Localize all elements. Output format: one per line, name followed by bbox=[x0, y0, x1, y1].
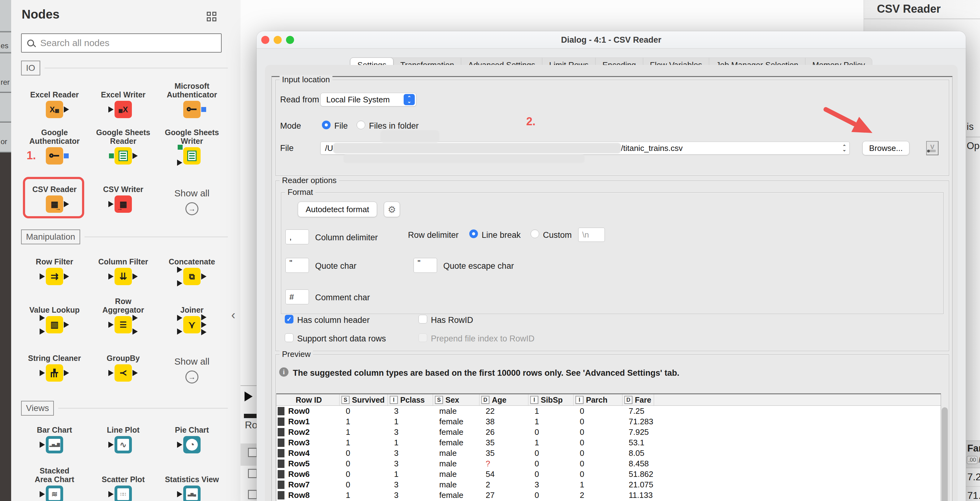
section-chip-manipulation[interactable]: Manipulation bbox=[21, 230, 80, 244]
custom-label: Custom bbox=[543, 230, 572, 240]
node-scatter-plot[interactable]: Scatter Plot ∷∷ bbox=[92, 466, 154, 501]
node-bar-chart[interactable]: Bar Chart ▂▅▃▇ bbox=[24, 425, 86, 453]
grid-view-icon[interactable] bbox=[207, 12, 216, 21]
flow-variable-button[interactable]: V bbox=[926, 141, 939, 155]
type-badge: I bbox=[576, 396, 584, 404]
flow-variable-v: V bbox=[930, 144, 934, 150]
quote-escape-char-field[interactable]: " bbox=[414, 258, 437, 273]
dock-tile[interactable] bbox=[0, 0, 11, 32]
node-stacked-area-chart[interactable]: Stacked Area Chart ≋ bbox=[24, 466, 86, 501]
search-input[interactable] bbox=[40, 37, 208, 49]
comment-char-field[interactable]: # bbox=[285, 290, 309, 304]
mode-file-radio[interactable] bbox=[322, 120, 331, 129]
column-header-fare[interactable]: DFare bbox=[622, 394, 654, 406]
sidebar-title: Nodes bbox=[22, 8, 59, 21]
has-column-header-checkbox[interactable]: ✓ bbox=[285, 315, 293, 323]
browse-button[interactable]: Browse... bbox=[862, 141, 909, 155]
has-rowid-checkbox[interactable] bbox=[418, 315, 427, 323]
show-all-manipulation-button[interactable]: Show all → bbox=[161, 356, 223, 384]
quote-char-field[interactable]: " bbox=[285, 258, 309, 273]
sidebar-collapse-icon[interactable]: ‹ bbox=[231, 308, 235, 322]
node-concatenate[interactable]: Concatenate ⧉ bbox=[161, 257, 223, 285]
column-header-parch[interactable]: IParch bbox=[574, 394, 622, 406]
clipped-open-link[interactable]: Oper bbox=[967, 140, 980, 152]
node-joiner[interactable]: Joiner ⋎ bbox=[161, 305, 223, 333]
column-header-rowid[interactable]: Row ID bbox=[277, 394, 340, 406]
out-port-icon bbox=[132, 328, 138, 335]
node-microsoft-authenticator[interactable]: Microsoft Authenticator bbox=[161, 81, 223, 118]
node-groupby[interactable]: GroupBy Y bbox=[92, 353, 154, 382]
show-all-io-button[interactable]: Show all → bbox=[161, 188, 223, 215]
dock-tile-label: or bbox=[1, 137, 11, 146]
column-header-survived[interactable]: SSurvived bbox=[340, 394, 388, 406]
fare-column-header: Fare .00 N bbox=[966, 441, 980, 468]
column-header-age[interactable]: DAge bbox=[479, 394, 528, 406]
column-delimiter-field[interactable]: , bbox=[285, 230, 309, 244]
node-pie-chart[interactable]: Pie Chart ◔ bbox=[161, 425, 223, 453]
search-box[interactable] bbox=[21, 33, 222, 52]
sheet-icon bbox=[187, 151, 197, 161]
mode-files-in-folder-label: Files in folder bbox=[369, 121, 419, 131]
prepend-file-index-checkbox bbox=[418, 333, 427, 342]
custom-row-delimiter-radio[interactable] bbox=[531, 230, 539, 238]
section-divider bbox=[45, 68, 228, 68]
node-value-lookup[interactable]: Value Lookup ▥ bbox=[24, 305, 86, 333]
node-row-filter[interactable]: Row Filter ⇉ bbox=[24, 257, 86, 285]
autodetect-format-button[interactable]: Autodetect format bbox=[298, 201, 377, 217]
node-excel-reader[interactable]: Excel Reader X▦ bbox=[24, 81, 86, 118]
out-port-icon bbox=[64, 370, 69, 376]
column-header-sibsp[interactable]: ISibSp bbox=[528, 394, 574, 406]
group-legend: Preview bbox=[280, 349, 313, 359]
custom-row-delimiter-field[interactable]: \n bbox=[578, 228, 605, 242]
node-row-aggregator[interactable]: Row Aggregator ☰ bbox=[92, 305, 154, 333]
table-row: Row311female351053.1 bbox=[277, 437, 941, 448]
out-port-icon bbox=[201, 329, 207, 335]
autodetect-settings-button[interactable]: ⚙ bbox=[384, 201, 400, 217]
mode-files-in-folder-radio[interactable] bbox=[356, 120, 365, 129]
node-csv-writer[interactable]: CSV Writer ▦→ bbox=[92, 184, 154, 213]
node-label: String Cleaner bbox=[26, 353, 83, 363]
preview-scrollbar[interactable] bbox=[942, 407, 948, 501]
in-port-icon bbox=[108, 201, 114, 207]
section-divider bbox=[58, 408, 228, 409]
support-short-data-rows-checkbox[interactable] bbox=[285, 333, 293, 342]
column-header-pclass[interactable]: IPclass bbox=[388, 394, 433, 406]
node-label: Excel Writer bbox=[95, 81, 152, 99]
combo-stepper-icon: ⌃⌄ bbox=[842, 145, 846, 151]
fare-value: 7.25 bbox=[967, 471, 980, 483]
knime-app: es rer or Nodes IO Excel Reader X▦ Excel… bbox=[0, 0, 980, 501]
node-column-filter[interactable]: Column Filter ⇊ bbox=[92, 257, 154, 285]
google-sheets-writer-icon bbox=[183, 147, 200, 165]
type-badge: D bbox=[624, 396, 632, 404]
file-path-field[interactable]: /U /titanic_trains.csv ⌃⌄ bbox=[320, 142, 850, 155]
background-checkbox bbox=[248, 448, 257, 457]
file-path-suffix: /titanic_trains.csv bbox=[621, 144, 682, 153]
node-label: Microsoft Authenticator bbox=[164, 81, 221, 99]
in-port-icon bbox=[177, 328, 182, 335]
node-line-plot[interactable]: Line Plot ∿ bbox=[92, 425, 154, 453]
dock-tile[interactable] bbox=[0, 93, 11, 122]
node-string-cleaner[interactable]: String Cleaner bbox=[24, 353, 86, 382]
node-google-sheets-writer[interactable]: Google Sheets Writer bbox=[161, 127, 223, 165]
in-port-icon bbox=[40, 442, 45, 448]
preview-info-text: The suggested column types are based on … bbox=[293, 368, 679, 378]
stacked-area-chart-icon: ≋ bbox=[46, 485, 63, 501]
section-chip-views[interactable]: Views bbox=[21, 401, 54, 415]
annotation-step-2: 2. bbox=[526, 115, 536, 128]
mode-label: Mode bbox=[280, 121, 301, 131]
node-label: Concatenate bbox=[164, 257, 221, 266]
dialog-titlebar[interactable]: Dialog - 4:1 - CSV Reader bbox=[257, 31, 966, 49]
node-google-sheets-reader[interactable]: Google Sheets Reader bbox=[92, 127, 154, 165]
missing-value-cell: ? bbox=[481, 459, 530, 469]
number-type-badge: .00 bbox=[967, 456, 977, 464]
background-row-label: Ro bbox=[245, 419, 258, 431]
line-break-radio[interactable] bbox=[469, 230, 478, 238]
section-chip-io[interactable]: IO bbox=[21, 60, 40, 76]
read-from-select[interactable]: Local File System ⌃⌄ bbox=[320, 93, 416, 106]
node-excel-writer[interactable]: Excel Writer ▦X bbox=[92, 81, 154, 118]
column-header-sex[interactable]: SSex bbox=[433, 394, 479, 406]
out-port-icon bbox=[132, 273, 138, 279]
out-port-icon bbox=[201, 314, 207, 320]
node-statistics-view[interactable]: Statistics View ▃▆▄ bbox=[161, 466, 223, 501]
fare-value: 71.2 bbox=[967, 490, 980, 501]
